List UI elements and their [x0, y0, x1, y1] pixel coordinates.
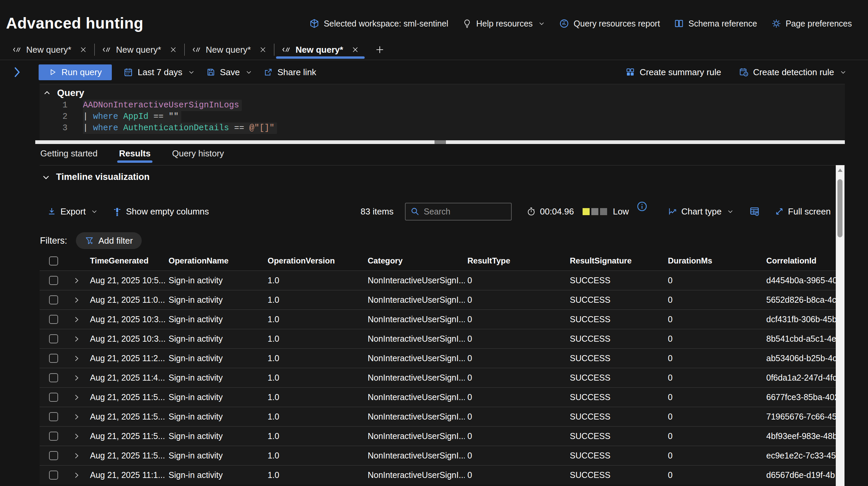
help-resources-button[interactable]: Help resources	[462, 19, 545, 29]
cell-result-type: 0	[465, 451, 567, 460]
row-checkbox[interactable]	[49, 412, 58, 421]
tab-new-query-3[interactable]: New query*	[185, 40, 274, 60]
row-checkbox[interactable]	[49, 451, 58, 460]
row-checkbox[interactable]	[49, 334, 58, 343]
row-expand-chevron-icon[interactable]	[72, 277, 81, 285]
row-checkbox[interactable]	[49, 432, 58, 441]
row-checkbox[interactable]	[49, 354, 58, 363]
row-expand-chevron-icon[interactable]	[72, 471, 81, 479]
code-line: 2| where AppId == ""	[40, 111, 845, 123]
table-row[interactable]: Aug 21, 2025 11:1... Sign-in activity 1.…	[40, 465, 836, 485]
share-link-label: Share link	[277, 67, 316, 77]
row-checkbox[interactable]	[49, 276, 58, 285]
code-editor[interactable]: 1AADNonInteractiveUserSignInLogs2| where…	[40, 100, 845, 134]
vertical-scrollbar[interactable]	[836, 165, 844, 486]
row-expand-chevron-icon[interactable]	[72, 335, 81, 343]
code-token: AADNonInteractiveUserSignInLogs	[83, 100, 239, 110]
close-icon[interactable]	[169, 46, 177, 53]
create-detection-rule-dropdown[interactable]: Create detection rule	[739, 67, 846, 77]
export-dropdown[interactable]: Export	[47, 206, 98, 217]
row-expand-chevron-icon[interactable]	[72, 296, 81, 304]
workspace-selector[interactable]: Selected workspace: sml-sentinel	[309, 19, 448, 29]
row-checkbox[interactable]	[49, 295, 58, 304]
row-expand-chevron-icon[interactable]	[72, 432, 81, 440]
close-icon[interactable]	[351, 46, 359, 53]
query-resources-report-button[interactable]: Query resources report	[559, 19, 660, 29]
query-icon	[192, 45, 201, 54]
row-expand-chevron-icon[interactable]	[72, 316, 81, 324]
table-row[interactable]: Aug 21, 2025 11:5... Sign-in activity 1.…	[40, 407, 836, 426]
schema-reference-button[interactable]: Schema reference	[674, 19, 757, 29]
column-header-category[interactable]: Category	[365, 256, 465, 265]
query-section-toggle[interactable]: Query	[40, 84, 845, 100]
tab-getting-started[interactable]: Getting started	[40, 147, 98, 163]
close-icon[interactable]	[259, 46, 267, 53]
column-settings-icon[interactable]	[749, 206, 760, 217]
row-expand-chevron-icon[interactable]	[72, 413, 81, 421]
column-header-result-type[interactable]: ResultType	[465, 256, 567, 265]
column-header-time-generated[interactable]: TimeGenerated	[87, 256, 166, 265]
code-token	[118, 123, 123, 133]
time-range-dropdown[interactable]: Last 7 days	[123, 67, 195, 77]
column-header-duration-ms[interactable]: DurationMs	[665, 256, 764, 265]
create-summary-rule-button[interactable]: Create summary rule	[625, 67, 721, 77]
page-preferences-button[interactable]: Page preferences	[771, 19, 852, 29]
timeline-visualization-toggle[interactable]: Timeline visualization	[42, 172, 150, 182]
add-tab-button[interactable]	[366, 40, 393, 60]
query-icon	[282, 45, 290, 54]
splitter-handle[interactable]	[434, 140, 446, 144]
panel-splitter[interactable]	[35, 140, 845, 144]
tab-new-query-4[interactable]: New query*	[274, 40, 366, 60]
table-row[interactable]: Aug 21, 2025 11:0... Sign-in activity 1.…	[40, 290, 836, 310]
column-header-operation-name[interactable]: OperationName	[166, 256, 265, 265]
select-all-checkbox[interactable]	[49, 256, 58, 265]
table-row[interactable]: Aug 21, 2025 10:3... Sign-in activity 1.…	[40, 329, 836, 348]
row-expand-chevron-icon[interactable]	[72, 374, 81, 382]
cell-result-type: 0	[465, 392, 567, 402]
share-link-button[interactable]: Share link	[264, 67, 316, 77]
row-checkbox[interactable]	[49, 471, 58, 480]
row-checkbox[interactable]	[49, 373, 58, 382]
tab-query-history[interactable]: Query history	[171, 147, 225, 163]
cell-result-signature: SUCCESS	[567, 392, 665, 402]
column-header-correlation-id[interactable]: CorrelationId	[764, 256, 836, 265]
row-expand-chevron-icon[interactable]	[72, 354, 81, 362]
table-row[interactable]: Aug 21, 2025 11:5... Sign-in activity 1.…	[40, 387, 836, 407]
add-filter-button[interactable]: Add filter	[76, 232, 142, 249]
cell-operation-version: 1.0	[265, 373, 365, 383]
column-header-result-signature[interactable]: ResultSignature	[567, 256, 665, 265]
cell-result-type: 0	[465, 470, 567, 480]
run-query-button[interactable]: Run query	[39, 64, 112, 80]
row-expand-chevron-icon[interactable]	[72, 452, 81, 460]
tab-new-query-1[interactable]: New query*	[5, 40, 94, 60]
cell-operation-name: Sign-in activity	[166, 431, 265, 441]
cell-operation-name: Sign-in activity	[166, 373, 265, 383]
table-row[interactable]: Aug 21, 2025 10:3... Sign-in activity 1.…	[40, 310, 836, 329]
row-checkbox[interactable]	[49, 315, 58, 324]
tab-new-query-2[interactable]: New query*	[95, 40, 184, 60]
search-box[interactable]	[405, 203, 512, 221]
column-header-operation-version[interactable]: OperationVersion	[265, 256, 365, 265]
show-empty-columns-button[interactable]: Show empty columns	[113, 206, 209, 217]
scrollbar-thumb[interactable]	[837, 179, 842, 237]
close-icon[interactable]	[80, 46, 87, 53]
table-row[interactable]: Aug 21, 2025 11:5... Sign-in activity 1.…	[40, 426, 836, 446]
cell-time-generated: Aug 21, 2025 10:3...	[87, 334, 166, 344]
scroll-up-arrow-icon[interactable]	[838, 168, 842, 172]
cell-result-type: 0	[465, 276, 567, 285]
row-expand-chevron-icon[interactable]	[72, 393, 81, 401]
search-input[interactable]	[424, 207, 506, 217]
table-row[interactable]: Aug 21, 2025 11:2... Sign-in activity 1.…	[40, 348, 836, 368]
table-row[interactable]: Aug 21, 2025 11:4... Sign-in activity 1.…	[40, 368, 836, 387]
save-dropdown[interactable]: Save	[206, 67, 252, 77]
usage-block-high	[600, 208, 607, 215]
info-icon[interactable]	[636, 201, 648, 212]
full-screen-button[interactable]: Full screen	[775, 206, 831, 217]
code-token: @"[]"	[249, 123, 274, 133]
tab-label: New query*	[296, 45, 343, 55]
table-row[interactable]: Aug 21, 2025 11:5... Sign-in activity 1.…	[40, 446, 836, 465]
row-checkbox[interactable]	[49, 393, 58, 402]
tab-results[interactable]: Results	[119, 147, 151, 163]
chart-type-dropdown[interactable]: Chart type	[668, 206, 734, 217]
table-row[interactable]: Aug 21, 2025 10:5... Sign-in activity 1.…	[40, 270, 836, 290]
